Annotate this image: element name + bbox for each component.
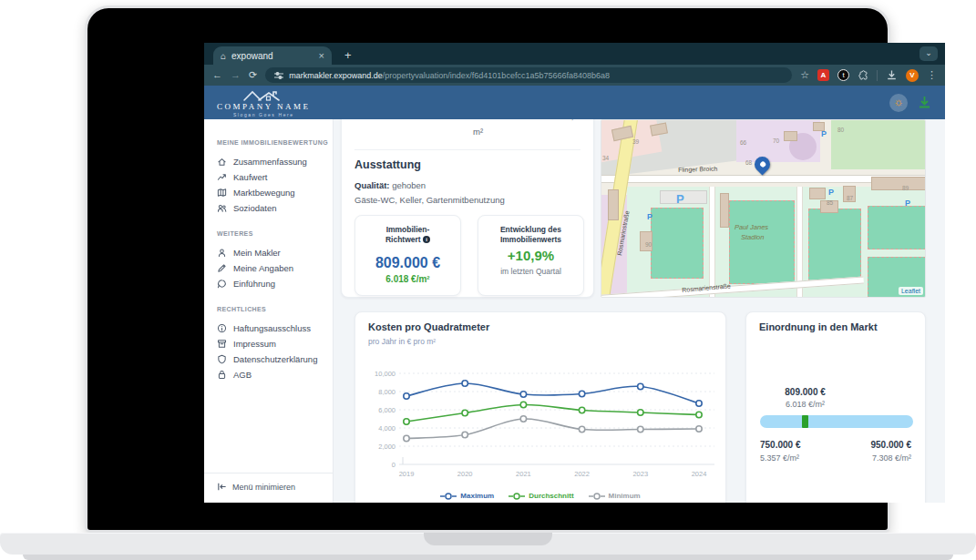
map-building <box>784 131 797 141</box>
legend-marker-icon <box>589 493 605 500</box>
map-house-number: 68 <box>745 159 752 166</box>
reload-icon[interactable]: ⟳ <box>249 70 257 80</box>
laptop-base-lip <box>23 555 953 560</box>
chat-icon <box>217 279 227 289</box>
sidebar-section-title: MEINE IMMOBILIENBEWERTUNG <box>217 139 333 146</box>
legend-item-maximum[interactable]: Maximum <box>440 492 494 500</box>
sidebar-item-label: Mein Makler <box>233 248 281 258</box>
legend-item-durchschnitt[interactable]: Durchschnitt <box>509 492 573 500</box>
sidebar-item-agb[interactable]: AGB <box>217 367 333 382</box>
map-label: Paul Janes <box>735 223 768 231</box>
sidebar-item-einf-hrung[interactable]: Einführung <box>217 276 333 291</box>
sidebar-minimize-button[interactable]: Menü minimieren <box>204 473 333 503</box>
features-list: Gäste-WC, Keller, Gartenmitbenutzung <box>354 195 505 205</box>
sidebar-item-mein-makler[interactable]: Mein Makler <box>217 245 333 260</box>
sidebar-item-label: Datenschutzerklärung <box>233 354 317 364</box>
richtwert-card: Immobilien- Richtwert i 809.000 € 6.018 … <box>354 215 461 296</box>
main-content: Grundstücksfläche: 335,00 m² Ausstattung… <box>334 119 945 503</box>
svg-text:2020: 2020 <box>457 470 473 478</box>
sidebar-item-impressum[interactable]: Impressum <box>217 336 333 351</box>
chart-title: Kosten pro Quadratmeter <box>368 321 489 332</box>
svg-text:10,000: 10,000 <box>375 370 396 378</box>
tab-title: expowand <box>231 51 313 61</box>
browser-tab-expowand[interactable]: ⌂ expowand × <box>213 46 332 65</box>
new-tab-button[interactable]: + <box>344 48 352 62</box>
map-icon <box>217 188 227 198</box>
chart-legend: MaximumDurchschnittMinimum <box>355 492 725 500</box>
sidebar-item-datenschutzerkl-rung[interactable]: Datenschutzerklärung <box>217 351 333 367</box>
bookmark-star-icon[interactable]: ☆ <box>800 70 809 80</box>
map-label: Stadion <box>741 233 764 241</box>
map-house-number: 85 <box>827 199 833 206</box>
collapse-menu-icon <box>217 482 227 492</box>
browser-tabstrip: ⌂ expowand × + ⌄ <box>204 43 945 65</box>
map-house-number: 89 <box>902 185 909 191</box>
minimize-label: Menü minimieren <box>232 483 295 492</box>
sidebar-item-label: Einführung <box>233 279 275 289</box>
map-field <box>651 208 704 279</box>
back-icon[interactable]: ← <box>212 70 222 80</box>
svg-text:2023: 2023 <box>632 470 648 478</box>
trend-icon <box>217 172 227 182</box>
browser-toolbar: ← → ⟳ markmakler.expowand.de/propertyval… <box>204 65 945 86</box>
sidebar-item-soziodaten[interactable]: Soziodaten <box>217 200 333 216</box>
legend-item-minimum[interactable]: Minimum <box>589 492 641 500</box>
archive-icon <box>217 339 227 349</box>
market-title: Einordnung in den Markt <box>759 321 878 332</box>
sidebar-item-label: Impressum <box>233 339 276 349</box>
map-house-number: 70 <box>773 137 779 144</box>
legend-marker-icon <box>509 493 525 500</box>
url-text: markmakler.expowand.de/propertyvaluation… <box>289 71 610 80</box>
market-min-value: 750.000 € 5.357 €/m² <box>760 440 801 463</box>
forward-icon[interactable]: → <box>231 70 241 80</box>
sidebar-item-zusammenfassung[interactable]: Zusammenfassung <box>217 154 333 169</box>
site-header: COMPANY NAME Slogan Goes Here ☼ <box>204 86 945 119</box>
lock-icon <box>217 370 227 380</box>
users-icon <box>217 203 227 213</box>
sidebar-item-meine-angaben[interactable]: Meine Angaben <box>217 260 333 276</box>
home-favicon-icon: ⌂ <box>221 51 226 61</box>
t-extension-icon[interactable]: t <box>837 69 849 81</box>
profile-avatar[interactable]: V <box>906 69 919 82</box>
downloads-icon[interactable] <box>886 69 898 81</box>
map-parking-icon: P <box>821 129 827 138</box>
svg-text:8,000: 8,000 <box>378 388 396 396</box>
market-max-value: 950.000 € 7.308 €/m² <box>871 440 912 463</box>
costs-line-chart[interactable]: 02,0004,0006,0008,00010,0002019202020212… <box>355 364 727 487</box>
svg-text:6,000: 6,000 <box>378 406 396 414</box>
map-field <box>868 206 926 249</box>
legend-marker-icon <box>440 493 457 500</box>
url-bar[interactable]: markmakler.expowand.de/propertyvaluation… <box>265 67 792 83</box>
svg-text:2024: 2024 <box>692 470 707 478</box>
browser-menu-icon[interactable]: ⋮ <box>927 70 937 80</box>
sidebar-item-marktbewegung[interactable]: Marktbewegung <box>217 185 333 200</box>
map-house-number: 80 <box>837 127 844 133</box>
settings-sun-icon[interactable]: ☼ <box>889 94 908 112</box>
extensions-puzzle-icon[interactable] <box>858 70 868 81</box>
sidebar-item-label: Haftungsausschluss <box>233 323 311 333</box>
divider <box>354 149 580 150</box>
tab-close-icon[interactable]: × <box>319 50 324 61</box>
sidebar-item-haftungsausschluss[interactable]: Haftungsausschluss <box>217 321 333 336</box>
sidebar-item-label: Kaufwert <box>233 172 268 182</box>
quality-detail: Qualität: gehoben <box>354 180 426 190</box>
map-parking-icon: P <box>647 212 652 221</box>
map-attribution[interactable]: Leaflet <box>899 287 923 295</box>
user-icon <box>217 248 227 258</box>
laptop-hinge-notch <box>424 533 552 545</box>
download-report-icon[interactable] <box>917 95 932 110</box>
tab-search-chevron-icon[interactable]: ⌄ <box>919 46 938 61</box>
chart-subtitle: pro Jahr in € pro m² <box>368 337 436 346</box>
location-map[interactable]: Flinger BroichRosmarinstraßeRosmarienstr… <box>601 119 926 298</box>
features-section-title: Ausstattung <box>354 158 421 171</box>
costs-chart-card: Kosten pro Quadratmeter pro Jahr in € pr… <box>354 311 726 503</box>
pdf-extension-icon[interactable]: A <box>817 69 829 81</box>
map-field <box>808 209 861 281</box>
info-icon[interactable]: i <box>423 236 430 243</box>
sidebar-item-kaufwert[interactable]: Kaufwert <box>217 169 333 185</box>
sidebar-item-label: AGB <box>233 370 252 380</box>
map-parking-icon: P <box>905 199 910 208</box>
laptop-base <box>0 533 976 555</box>
map-house-number: 90 <box>645 241 652 248</box>
company-logo[interactable]: COMPANY NAME Slogan Goes Here <box>217 88 311 117</box>
